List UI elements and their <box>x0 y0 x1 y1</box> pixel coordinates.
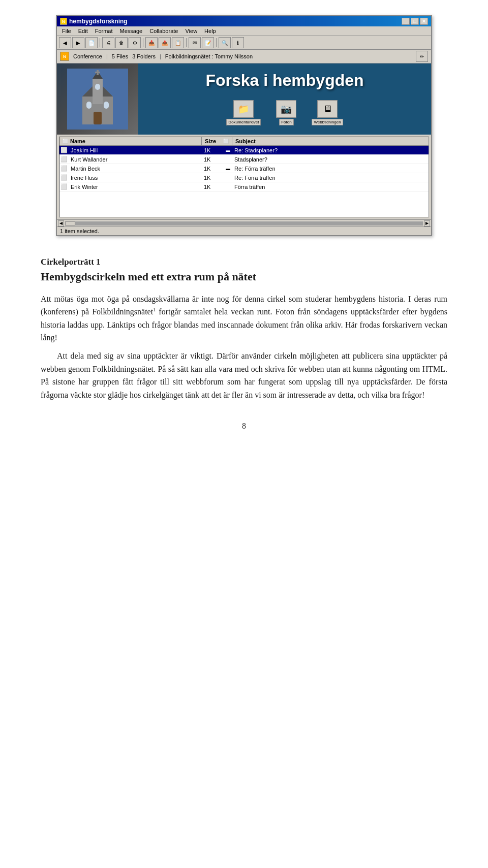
conference-bar: N Conference | 5 Files 3 Folders | Folkb… <box>57 50 431 63</box>
svg-rect-10 <box>95 72 100 73</box>
row-icon: ⬜ <box>59 164 69 173</box>
row-size: 1K ▬ <box>202 146 232 154</box>
tb-btn-13[interactable]: ℹ <box>232 37 244 48</box>
row-icon: ⬜ <box>59 182 69 191</box>
close-button[interactable]: ✕ <box>420 18 428 25</box>
row-icon: ⬜ <box>59 146 69 154</box>
horizontal-scrollbar[interactable]: ◀ ▶ <box>57 219 431 227</box>
scroll-thumb[interactable] <box>65 221 75 226</box>
tb-btn-2[interactable]: ▶ <box>72 37 84 48</box>
menu-view[interactable]: View <box>182 27 200 35</box>
church-svg <box>67 69 128 130</box>
conference-label: Conference <box>73 53 102 59</box>
row-subject: Re: Stadsplaner? <box>232 146 429 154</box>
filelist-header: ⬜ Name Size ⬜ Subject <box>59 137 429 146</box>
tb-btn-6[interactable]: ⚙ <box>129 37 141 48</box>
banner-text-area: Forska i hembygden 📁 Dokumentarkivet 📷 F… <box>143 71 426 125</box>
table-row[interactable]: ⬜ Erik Winter 1K Förra träffen <box>59 182 429 191</box>
menu-collaborate[interactable]: Collaborate <box>146 27 181 35</box>
foton-icon: 📷 <box>276 100 296 118</box>
row-icon: ⬜ <box>59 173 69 182</box>
tb-btn-1[interactable]: ◀ <box>59 37 71 48</box>
foton-label: Foton <box>279 119 293 125</box>
maximize-button[interactable]: □ <box>411 18 419 25</box>
titlebar-left: N hembygdsforskning <box>60 18 128 25</box>
scroll-right-button[interactable]: ▶ <box>424 220 430 227</box>
tb-btn-10[interactable]: ✉ <box>189 37 201 48</box>
tb-btn-5[interactable]: 🗑 <box>115 37 128 48</box>
menu-help[interactable]: Help <box>201 27 219 35</box>
tb-btn-12[interactable]: 🔍 <box>219 37 231 48</box>
user-info: Folkbildningsnätet : Tommy Nilsson <box>165 53 253 59</box>
row-size: 1K <box>202 183 232 191</box>
table-row[interactable]: ⬜ Irene Huss 1K Re: Förra träffen <box>59 173 429 182</box>
banner-title: Forska i hembygden <box>205 71 363 90</box>
conf-sep-2: | <box>160 53 161 59</box>
article-paragraph-2: Att dela med sig av sina upptäckter är v… <box>41 349 447 401</box>
tb-sep-2 <box>143 38 143 47</box>
tb-btn-11[interactable]: 📝 <box>202 37 214 48</box>
row-subject: Re: Förra träffen <box>232 174 429 182</box>
svg-rect-5 <box>86 102 92 109</box>
row-name: Kurt Wallander <box>69 155 202 164</box>
article: Cirkelporträtt 1 Hembygdscirkeln med ett… <box>41 256 447 401</box>
conference-icon: N <box>60 52 69 61</box>
row-name: Joakim Hill <box>69 146 202 154</box>
col-name: ⬜ Name <box>59 137 202 145</box>
banner-icon-foton[interactable]: 📷 Foton <box>276 100 296 125</box>
row-size: 1K <box>202 155 232 164</box>
app-icon: N <box>60 18 67 25</box>
col-size-label: Size <box>205 138 216 144</box>
svg-rect-6 <box>104 102 109 109</box>
scroll-track[interactable] <box>65 221 423 226</box>
conf-action-btn[interactable]: ✏ <box>416 51 428 62</box>
tb-sep-1 <box>100 38 100 47</box>
banner-icon-webbtidningen[interactable]: 🖥 Webbtidningen <box>312 100 343 125</box>
window-title: hembygdsforskning <box>69 18 128 25</box>
article-title: Hembygdscirkeln med ett extra rum på nät… <box>41 270 447 284</box>
filelist-empty <box>59 191 429 217</box>
col-subject: Subject <box>232 137 429 145</box>
webbtidningen-label: Webbtidningen <box>312 119 343 125</box>
menu-message[interactable]: Message <box>117 27 146 35</box>
col-size: Size ⬜ <box>202 137 232 145</box>
file-list: ⬜ Name Size ⬜ Subject ⬜ Joakim Hill 1K ▬… <box>59 137 429 217</box>
menu-file[interactable]: File <box>59 27 74 35</box>
page-number: 8 <box>242 422 246 431</box>
row-name: Martin Beck <box>69 165 202 173</box>
tb-btn-7[interactable]: 📥 <box>145 37 158 48</box>
menu-format[interactable]: Format <box>92 27 116 35</box>
tb-btn-4[interactable]: 🖨 <box>102 37 114 48</box>
menubar: File Edit Format Message Collaborate Vie… <box>57 26 431 36</box>
row-size: 1K <box>202 174 232 182</box>
tb-btn-9[interactable]: 📋 <box>172 37 184 48</box>
scroll-left-button[interactable]: ◀ <box>58 220 64 227</box>
article-subtitle: Cirkelporträtt 1 <box>41 256 447 268</box>
statusbar: 1 item selected. <box>57 227 431 235</box>
row-name: Erik Winter <box>69 183 202 191</box>
col-name-label: Name <box>70 138 85 144</box>
row-flag: ▬ <box>226 148 230 153</box>
svg-rect-3 <box>93 79 103 104</box>
tb-btn-3[interactable]: 📄 <box>85 37 98 48</box>
row-subject: Re: Förra träffen <box>232 165 429 173</box>
row-icon: ⬜ <box>59 155 69 164</box>
banner-icon-dokumentarkivet[interactable]: 📁 Dokumentarkivet <box>226 100 261 125</box>
minimize-button[interactable]: _ <box>402 18 410 25</box>
svg-rect-7 <box>95 84 100 90</box>
table-row[interactable]: ⬜ Kurt Wallander 1K Stadsplaner? <box>59 155 429 164</box>
church-illustration <box>57 63 138 135</box>
tb-sep-3 <box>186 38 187 47</box>
table-row[interactable]: ⬜ Joakim Hill 1K ▬ Re: Stadsplaner? <box>59 146 429 155</box>
row-subject: Stadsplaner? <box>232 155 429 164</box>
row-subject: Förra träffen <box>232 183 429 191</box>
window-controls[interactable]: _ □ ✕ <box>402 18 428 25</box>
banner-icons: 📁 Dokumentarkivet 📷 Foton 🖥 Webbtidninge… <box>226 100 343 125</box>
dokumentarkivet-icon: 📁 <box>233 100 254 118</box>
tb-btn-8[interactable]: 📤 <box>159 37 171 48</box>
table-row[interactable]: ⬜ Martin Beck 1K ▬ Re: Förra träffen <box>59 164 429 173</box>
article-body: Att mötas öga mot öga på onsdagskvällarn… <box>41 293 447 402</box>
menu-edit[interactable]: Edit <box>75 27 91 35</box>
application-window: N hembygdsforskning _ □ ✕ File Edit Form… <box>56 15 432 236</box>
row-size: 1K ▬ <box>202 165 232 173</box>
